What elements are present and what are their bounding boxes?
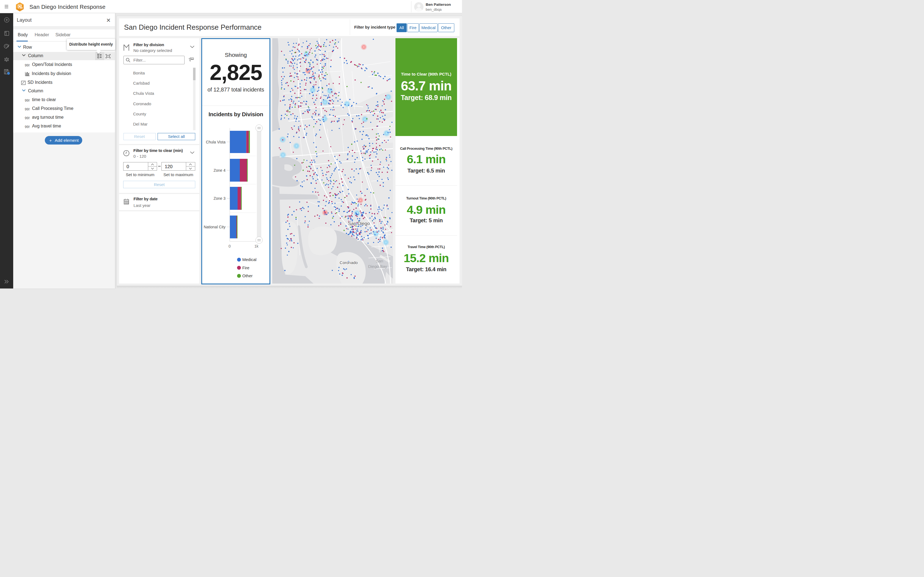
svg-text:Medical: Medical [242, 257, 257, 262]
svg-text:Zone 4: Zone 4 [213, 168, 226, 172]
svg-text:Zone 3: Zone 3 [213, 196, 226, 201]
svg-text:1k: 1k [254, 244, 259, 248]
svg-text:National City: National City [204, 225, 226, 229]
svg-text:San: San [376, 259, 383, 263]
svg-text:Other: Other [242, 273, 253, 278]
svg-text:Fire: Fire [242, 266, 249, 270]
svg-text:Coronado: Coronado [339, 260, 358, 265]
svg-text:Diego Bay: Diego Bay [368, 264, 387, 269]
svg-text:Chula Vista: Chula Vista [206, 140, 226, 144]
svg-text:San Diego: San Diego [348, 221, 370, 226]
svg-text:0: 0 [229, 244, 231, 248]
